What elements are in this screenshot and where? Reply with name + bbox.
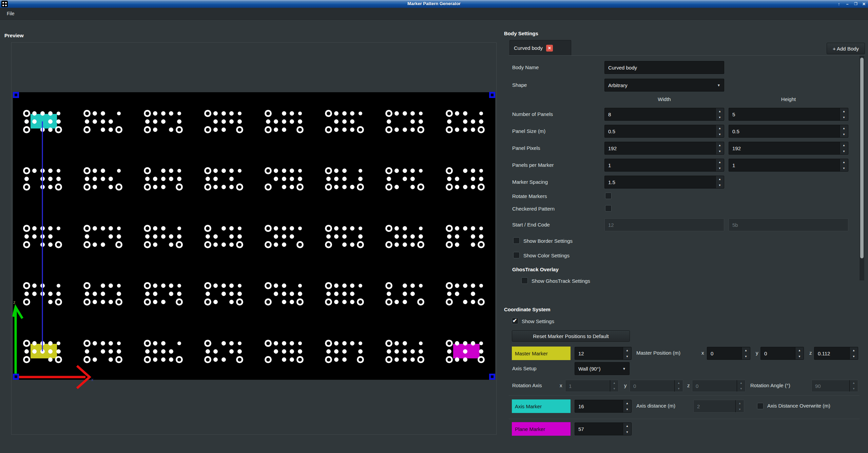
master-z-spinbox[interactable]: 0.112 <box>814 347 858 360</box>
spin-buttons <box>737 380 745 392</box>
checkered-pattern-checkbox[interactable] <box>605 205 612 212</box>
master-marker-id-spinbox[interactable]: 12 <box>575 347 632 360</box>
tab-close-icon[interactable] <box>546 45 553 52</box>
spin-up-icon <box>623 347 631 353</box>
spin-down-icon <box>850 386 858 392</box>
number-of-panels-label: Number of Panels <box>512 111 553 117</box>
spin-buttons[interactable] <box>840 159 848 171</box>
spin-buttons[interactable] <box>715 108 724 120</box>
checkered-pattern-label: Checkered Pattern <box>512 206 555 212</box>
panel-pixels-height-spinbox[interactable]: 192 <box>729 142 848 155</box>
axis-distance-overwrite-checkbox[interactable] <box>757 403 764 409</box>
spin-buttons[interactable] <box>849 347 858 359</box>
body-name-input[interactable]: Curved body <box>604 61 724 74</box>
rotation-y-value: 0 <box>630 383 674 389</box>
spin-buttons[interactable] <box>715 159 724 171</box>
panels-height-spinbox[interactable]: 5 <box>729 108 848 121</box>
panel-pixels-width-spinbox[interactable]: 192 <box>604 142 724 155</box>
plane-marker-chip-label: Plane Marker <box>515 426 545 432</box>
show-border-settings-checkbox[interactable] <box>513 237 520 244</box>
shape-dropdown[interactable]: Arbitrary <box>604 79 724 92</box>
axis-distance-value: 2 <box>694 403 735 409</box>
close-button[interactable] <box>861 1 867 7</box>
master-marker-chip-label: Master Marker <box>515 351 548 356</box>
reset-marker-positions-button[interactable]: Reset Marker Positions to Default <box>512 330 630 342</box>
restore-button[interactable] <box>853 1 859 7</box>
spin-buttons[interactable] <box>840 142 848 154</box>
panels-width-spinbox[interactable]: 8 <box>604 108 724 121</box>
axis-marker-id-spinbox[interactable]: 16 <box>575 400 632 413</box>
rotation-angle-label: Rotation Angle (°) <box>750 382 790 388</box>
spin-down-icon <box>716 165 724 171</box>
spin-up-icon <box>737 380 745 386</box>
show-settings-checkbox[interactable] <box>512 318 518 324</box>
section-divider <box>509 419 860 419</box>
z-axis-label: z <box>13 300 16 305</box>
marker-spacing-spinbox[interactable]: 1.5 <box>604 176 724 189</box>
canvas-handle-bottom-right[interactable] <box>489 374 495 380</box>
spin-up-icon <box>716 176 724 182</box>
tab-curved-body[interactable]: Curved body <box>509 40 571 56</box>
ppm-height-value: 1 <box>729 162 840 168</box>
canvas-handle-top-right[interactable] <box>489 92 495 98</box>
start-code-value: 12 <box>608 222 614 228</box>
master-x-spinbox[interactable]: 0 <box>707 347 750 360</box>
canvas-handle-top-left[interactable] <box>13 92 19 98</box>
spin-buttons[interactable] <box>795 347 804 359</box>
spin-up-icon <box>850 347 858 353</box>
settings-scrollbar-thumb[interactable] <box>860 58 864 258</box>
panels-per-marker-height-spinbox[interactable]: 1 <box>729 159 848 172</box>
start-code-input[interactable]: 12 <box>604 218 724 231</box>
plane-marker-chip: Plane Marker <box>512 422 571 436</box>
master-y-spinbox[interactable]: 0 <box>760 347 804 360</box>
end-code-input[interactable]: 5b <box>729 218 848 231</box>
shape-label: Shape <box>512 82 527 88</box>
axis-marker-chip-label: Axis Marker <box>515 403 542 409</box>
shape-value: Arbitrary <box>608 82 628 88</box>
spin-buttons[interactable] <box>623 423 631 435</box>
spin-down-icon <box>736 406 744 412</box>
spin-down-icon <box>850 353 858 359</box>
show-color-settings-checkbox[interactable] <box>513 252 520 258</box>
spin-buttons[interactable] <box>840 108 848 120</box>
rotate-markers-label: Rotate Markers <box>512 193 547 199</box>
show-settings-label: Show Settings <box>522 318 554 324</box>
app-window: Marker Pattern Generator File Preview z … <box>0 0 868 453</box>
spin-up-icon <box>716 142 724 148</box>
show-border-settings-label: Show Border Settings <box>523 238 573 244</box>
panel-pixels-width-value: 192 <box>605 145 715 151</box>
spin-buttons[interactable] <box>623 347 631 359</box>
spin-up-icon <box>716 108 724 114</box>
spin-buttons[interactable] <box>623 400 631 412</box>
preview-title: Preview <box>4 33 24 38</box>
shade-window-button[interactable] <box>836 1 842 7</box>
spin-down-icon <box>742 353 750 359</box>
spin-down-icon <box>840 131 848 137</box>
show-ghostrack-settings-checkbox[interactable] <box>521 277 528 284</box>
spin-up-icon <box>840 125 848 131</box>
spin-buttons[interactable] <box>715 176 724 188</box>
minimize-button[interactable] <box>844 1 850 7</box>
plane-marker-id-spinbox[interactable]: 57 <box>575 422 632 435</box>
axis-marker-id-value: 16 <box>575 403 623 409</box>
master-y-value: 0 <box>761 351 795 356</box>
master-marker-id-value: 12 <box>575 351 623 356</box>
panels-per-marker-width-spinbox[interactable]: 1 <box>604 159 724 172</box>
spin-down-icon <box>623 429 631 435</box>
axis-setup-dropdown[interactable]: Wall (90°) <box>575 362 630 375</box>
spin-down-icon <box>610 386 618 392</box>
panel-size-width-spinbox[interactable]: 0.5 <box>604 125 724 138</box>
spin-down-icon <box>795 353 804 359</box>
spin-buttons[interactable] <box>715 142 724 154</box>
panel-size-height-spinbox[interactable]: 0.5 <box>729 125 848 138</box>
spin-up-icon <box>840 159 848 165</box>
add-body-button[interactable]: + Add Body <box>827 43 865 54</box>
spin-buttons[interactable] <box>840 125 848 137</box>
axis-distance-overwrite-label: Axis Distance Overwrite (m) <box>767 403 830 409</box>
menu-file[interactable]: File <box>5 10 17 17</box>
title-bar[interactable]: Marker Pattern Generator <box>0 0 868 8</box>
spin-buttons[interactable] <box>741 347 750 359</box>
spin-buttons[interactable] <box>715 125 724 137</box>
rotate-markers-checkbox[interactable] <box>605 193 612 199</box>
canvas-handle-bottom-left[interactable] <box>13 374 19 380</box>
